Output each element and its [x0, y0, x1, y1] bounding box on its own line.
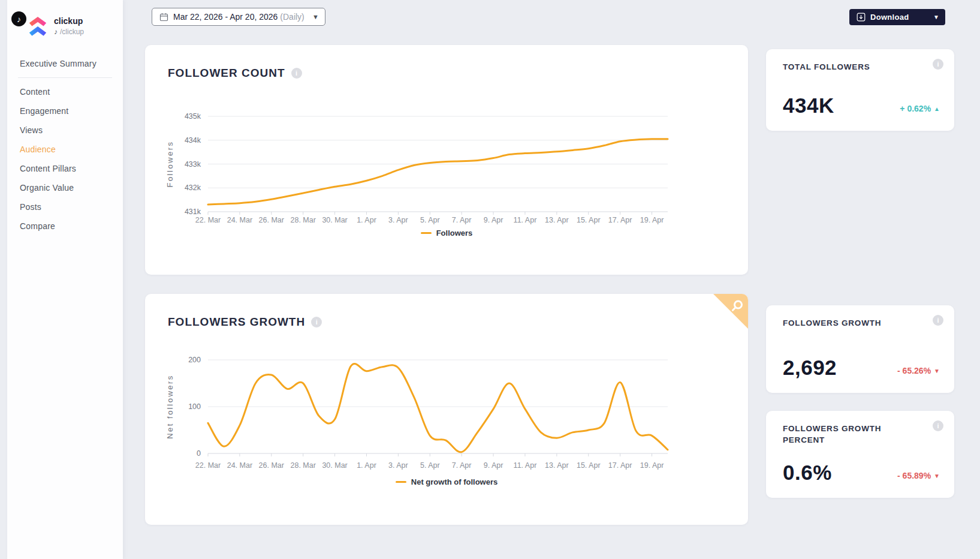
- download-label: Download: [870, 13, 909, 22]
- svg-text:17. Apr: 17. Apr: [608, 461, 632, 470]
- svg-text:13. Apr: 13. Apr: [545, 461, 569, 470]
- account-name: clickup: [54, 16, 83, 26]
- sidebar-item-content-pillars[interactable]: Content Pillars: [7, 159, 123, 178]
- calendar-icon: [159, 13, 168, 22]
- total-followers-value: 434K: [783, 94, 834, 118]
- svg-text:7. Apr: 7. Apr: [452, 461, 472, 470]
- magnifier-icon: [731, 299, 744, 312]
- followers-growth-title: FOLLOWERS GROWTH: [168, 315, 305, 329]
- sidebar: ♪ clickup ♪ /clickup: [7, 0, 123, 559]
- total-followers-card: TOTAL FOLLOWERS i 434K + 0.62% ▲: [766, 49, 954, 131]
- clickup-logo: [28, 16, 48, 37]
- svg-text:30. Mar: 30. Mar: [322, 461, 347, 470]
- svg-text:100: 100: [188, 402, 201, 411]
- trend-down-icon: ▼: [934, 473, 940, 479]
- svg-text:19. Apr: 19. Apr: [640, 461, 664, 470]
- followers-legend[interactable]: Followers: [145, 229, 748, 238]
- svg-text:7. Apr: 7. Apr: [452, 216, 472, 224]
- stat-title: TOTAL FOLLOWERS: [783, 61, 909, 73]
- svg-text:26. Mar: 26. Mar: [259, 461, 284, 470]
- stat-title: FOLLOWERS GROWTH: [783, 317, 909, 329]
- followers-growth-value: 2,692: [783, 356, 837, 380]
- info-icon[interactable]: i: [933, 420, 943, 431]
- trend-down-icon: ▼: [934, 368, 940, 374]
- svg-text:0: 0: [197, 449, 201, 458]
- date-granularity: (Daily): [280, 12, 304, 22]
- svg-text:200: 200: [188, 356, 201, 364]
- svg-text:19. Apr: 19. Apr: [640, 216, 664, 224]
- svg-text:433k: 433k: [185, 160, 201, 169]
- follower-count-title: FOLLOWER COUNT: [168, 67, 285, 80]
- total-followers-change: + 0.62% ▲: [900, 104, 940, 113]
- svg-text:26. Mar: 26. Mar: [259, 216, 284, 224]
- sidebar-item-compare[interactable]: Compare: [7, 217, 123, 236]
- tiktok-small-icon: ♪: [54, 28, 58, 36]
- download-icon: [857, 13, 866, 22]
- svg-text:Followers: Followers: [165, 140, 174, 187]
- svg-text:431k: 431k: [185, 208, 201, 216]
- svg-text:5. Apr: 5. Apr: [420, 461, 440, 470]
- date-range-picker[interactable]: Mar 22, 2026 - Apr 20, 2026 (Daily) ▼: [152, 8, 325, 26]
- svg-text:30. Mar: 30. Mar: [322, 216, 347, 224]
- legend-label: Followers: [436, 229, 473, 238]
- info-icon[interactable]: i: [933, 59, 943, 70]
- svg-text:Net followers: Net followers: [165, 374, 174, 439]
- svg-text:9. Apr: 9. Apr: [484, 461, 503, 470]
- svg-text:434k: 434k: [185, 136, 201, 145]
- followers-growth-change: - 65.26% ▼: [897, 366, 940, 375]
- svg-text:9. Apr: 9. Apr: [484, 216, 503, 224]
- follower-count-card: 431k432k433k434k435k22. Mar24. Mar26. Ma…: [145, 45, 748, 275]
- account-header[interactable]: ♪ clickup ♪ /clickup: [7, 10, 123, 40]
- legend-swatch: [396, 481, 406, 483]
- svg-text:3. Apr: 3. Apr: [388, 461, 408, 470]
- sidebar-item-executive-summary[interactable]: Executive Summary: [7, 54, 123, 73]
- svg-text:22. Mar: 22. Mar: [195, 461, 221, 470]
- svg-text:3. Apr: 3. Apr: [388, 216, 408, 224]
- info-icon[interactable]: i: [291, 68, 302, 79]
- tiktok-network-badge: ♪: [11, 11, 26, 26]
- svg-text:1. Apr: 1. Apr: [357, 461, 376, 470]
- svg-text:24. Mar: 24. Mar: [227, 461, 252, 470]
- svg-text:22. Mar: 22. Mar: [195, 216, 221, 224]
- svg-text:28. Mar: 28. Mar: [290, 461, 315, 470]
- chevron-down-icon: ▼: [312, 13, 319, 20]
- followers-growth-percent-value: 0.6%: [783, 461, 832, 485]
- svg-text:1. Apr: 1. Apr: [357, 216, 376, 224]
- audience-dashboard: ♪ clickup ♪ /clickup: [0, 0, 980, 559]
- net-growth-legend[interactable]: Net growth of followers: [145, 477, 748, 486]
- stat-title: FOLLOWERS GROWTH PERCENT: [783, 423, 909, 446]
- sidebar-item-organic-value[interactable]: Organic Value: [7, 178, 123, 197]
- svg-text:11. Apr: 11. Apr: [514, 461, 537, 470]
- svg-text:5. Apr: 5. Apr: [420, 216, 440, 224]
- download-button[interactable]: Download ▼: [849, 9, 945, 25]
- followers-growth-percent-card: FOLLOWERS GROWTH PERCENT i 0.6% - 65.89%…: [766, 411, 954, 498]
- svg-text:432k: 432k: [185, 184, 201, 192]
- followers-growth-stat-card: FOLLOWERS GROWTH i 2,692 - 65.26% ▼: [766, 305, 954, 393]
- legend-swatch: [421, 232, 432, 234]
- date-range-text: Mar 22, 2026 - Apr 20, 2026: [173, 12, 278, 22]
- sidebar-nav: Executive Summary Content Engagement Vie…: [7, 54, 123, 236]
- svg-text:11. Apr: 11. Apr: [514, 216, 537, 224]
- account-handle: ♪ /clickup: [54, 28, 84, 36]
- svg-text:435k: 435k: [185, 112, 201, 121]
- followers-growth-card: 010020022. Mar24. Mar26. Mar28. Mar30. M…: [145, 294, 748, 525]
- info-icon[interactable]: i: [311, 317, 322, 327]
- svg-text:15. Apr: 15. Apr: [577, 216, 601, 224]
- sidebar-item-content[interactable]: Content: [7, 82, 123, 101]
- sidebar-divider: [18, 77, 112, 78]
- legend-label: Net growth of followers: [411, 477, 497, 486]
- svg-text:24. Mar: 24. Mar: [227, 216, 252, 224]
- svg-text:28. Mar: 28. Mar: [290, 216, 315, 224]
- followers-growth-percent-change: - 65.89% ▼: [897, 471, 940, 480]
- sidebar-item-views[interactable]: Views: [7, 121, 123, 140]
- trend-up-icon: ▲: [934, 106, 940, 112]
- sidebar-item-audience[interactable]: Audience: [7, 140, 123, 159]
- svg-text:17. Apr: 17. Apr: [608, 216, 632, 224]
- tiktok-icon: ♪: [17, 14, 21, 24]
- sidebar-item-engagement[interactable]: Engagement: [7, 101, 123, 121]
- download-caret-icon[interactable]: ▼: [933, 14, 939, 20]
- sidebar-item-posts[interactable]: Posts: [7, 197, 123, 217]
- svg-text:15. Apr: 15. Apr: [577, 461, 601, 470]
- info-icon[interactable]: i: [933, 315, 943, 326]
- svg-text:13. Apr: 13. Apr: [545, 216, 569, 224]
